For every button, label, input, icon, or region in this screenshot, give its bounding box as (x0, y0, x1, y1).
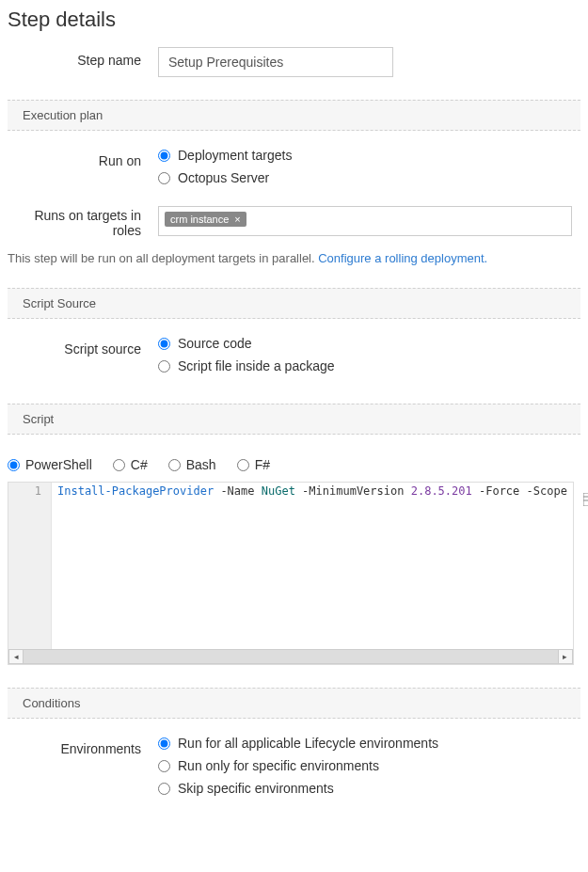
code-editor[interactable]: 1 Install-PackageProvider -Name NuGet -M… (8, 482, 574, 665)
env-all-radio[interactable] (158, 737, 170, 750)
roles-tag-input[interactable]: crm instance × (158, 206, 572, 236)
script-source-code-label: Source code (178, 336, 252, 351)
configure-rolling-deployment-link[interactable]: Configure a rolling deployment. (318, 251, 487, 265)
execution-plan-section: Execution plan Run on Deployment targets… (8, 100, 580, 265)
code-tok-name-val: NuGet (262, 484, 295, 498)
environments-label: Environments (8, 736, 158, 756)
conditions-section: Conditions Environments Run for all appl… (8, 688, 580, 803)
lang-csharp-radio[interactable] (113, 459, 125, 471)
execution-plan-help-text: This step will be run on all deployment … (8, 251, 318, 265)
lang-fsharp-option[interactable]: F# (237, 457, 270, 472)
script-source-file-label: Script file inside a package (178, 358, 335, 373)
code-content[interactable]: Install-PackageProvider -Name NuGet -Min… (52, 483, 573, 649)
script-language-selector: PowerShell C# Bash F# (8, 457, 580, 472)
runs-on-targets-label: Runs on targets in roles (8, 206, 158, 238)
lang-bash-option[interactable]: Bash (168, 457, 216, 472)
lang-csharp-option[interactable]: C# (113, 457, 148, 472)
run-on-deployment-targets-label: Deployment targets (178, 148, 292, 163)
script-source-file-radio[interactable] (158, 360, 170, 373)
script-source-label: Script source (8, 336, 158, 357)
script-source-section: Script Source Script source Source code … (8, 288, 580, 381)
page-title: Step details (8, 8, 580, 32)
run-on-octopus-server-label: Octopus Server (178, 170, 269, 185)
lang-csharp-label: C# (131, 457, 148, 472)
step-name-row: Step name (8, 47, 580, 77)
role-tag-text: crm instance (170, 214, 229, 225)
step-name-input[interactable] (158, 47, 393, 77)
run-on-octopus-server-radio[interactable] (158, 172, 170, 184)
code-tok-dash-force: -Force (472, 484, 520, 498)
env-skip-radio[interactable] (158, 783, 170, 795)
execution-plan-header: Execution plan (8, 100, 580, 131)
script-header: Script (8, 404, 580, 435)
scroll-track[interactable] (24, 649, 558, 664)
code-tok-dash-scope: -Scope (519, 484, 567, 498)
role-tag-remove-icon[interactable]: × (234, 214, 240, 225)
env-skip-label: Skip specific environments (178, 781, 334, 796)
code-tok-version: 2.8.5.201 (411, 484, 472, 498)
script-source-header: Script Source (8, 288, 580, 319)
code-line-number: 1 (8, 484, 41, 498)
lang-bash-radio[interactable] (168, 459, 181, 471)
code-tok-dash-name: -Name (214, 484, 262, 498)
conditions-header: Conditions (8, 688, 580, 719)
lang-powershell-radio[interactable] (8, 459, 20, 471)
execution-plan-help: This step will be run on all deployment … (8, 251, 580, 265)
lang-fsharp-radio[interactable] (237, 459, 249, 471)
scroll-right-arrow-icon[interactable]: ▸ (558, 649, 573, 664)
code-gutter: 1 (8, 483, 52, 649)
lang-bash-label: Bash (186, 457, 216, 472)
env-only-radio[interactable] (158, 760, 170, 772)
code-tok-cmd: Install-PackageProvider (57, 484, 214, 498)
step-name-label: Step name (8, 47, 158, 68)
script-source-code-radio[interactable] (158, 338, 170, 350)
env-only-label: Run only for specific environments (178, 758, 379, 773)
code-tok-dash-min: -MinimumVersion (295, 484, 411, 498)
env-all-label: Run for all applicable Lifecycle environ… (178, 736, 438, 751)
lang-powershell-option[interactable]: PowerShell (8, 457, 92, 472)
script-section: Script PowerShell C# Bash F# (8, 404, 580, 665)
scroll-left-arrow-icon[interactable]: ◂ (8, 649, 24, 664)
lang-powershell-label: PowerShell (25, 457, 92, 472)
lang-fsharp-label: F# (255, 457, 270, 472)
run-on-deployment-targets-radio[interactable] (158, 150, 170, 162)
svg-rect-0 (583, 493, 588, 506)
role-tag[interactable]: crm instance × (165, 212, 246, 227)
editor-options-icon[interactable] (583, 493, 588, 506)
code-horizontal-scrollbar[interactable]: ◂ ▸ (8, 649, 573, 664)
run-on-label: Run on (8, 148, 158, 168)
